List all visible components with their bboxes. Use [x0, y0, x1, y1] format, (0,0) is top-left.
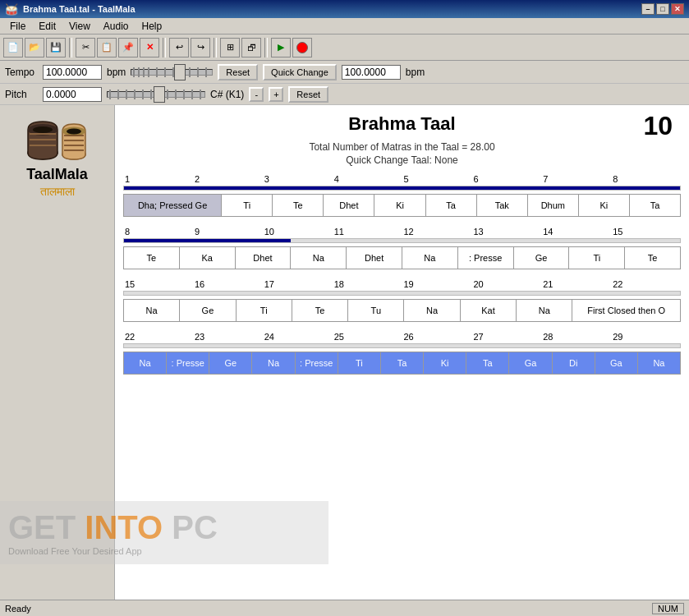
play-button[interactable]: ▶ [271, 38, 291, 57]
progress-bar-2 [123, 238, 681, 243]
beat-cell: Te [625, 247, 680, 269]
tempo-unit: bpm [107, 67, 126, 78]
beat-cell: Na [124, 352, 167, 374]
delete-button[interactable]: ✕ [140, 38, 159, 57]
beat-cell: Ga [595, 352, 638, 374]
menu-audio[interactable]: Audio [97, 19, 136, 34]
redo-button[interactable]: ↪ [191, 38, 210, 57]
pitch-slider[interactable] [107, 91, 205, 98]
beat-cell: Dhum [528, 195, 579, 216]
tempo-row: Tempo bpm Reset Quick Change bpm [0, 61, 689, 84]
menu-file[interactable]: File [3, 19, 32, 34]
beat-cell: First Closed then O [572, 300, 680, 321]
tempo-slider[interactable] [131, 69, 213, 76]
open-button[interactable]: 📂 [25, 38, 44, 57]
paste-button[interactable]: 📌 [118, 38, 138, 57]
beat-cells-4: Na : Presse Ge Na : Presse Ti Ta Ki Ta G… [123, 352, 681, 375]
window-title: Brahma Taal.tal - TaalMala [23, 4, 136, 14]
tabla-image [25, 113, 90, 163]
beat-cells-1: Dha; Pressed Ge Ti Te Dhet Ki Ta Tak Dhu… [123, 194, 681, 217]
pitch-minus-button[interactable]: - [249, 87, 264, 102]
beat-cell: Ti [237, 300, 292, 321]
beat-cell: : Presse [296, 352, 338, 374]
beat-cell: Ka [180, 247, 236, 269]
taal-number: 10 [643, 111, 673, 141]
cut-button[interactable]: ✂ [76, 38, 95, 57]
beat-cell: Na [291, 247, 347, 269]
quickchange-button[interactable]: Quick Change [263, 64, 337, 80]
progress-bar-1 [123, 186, 681, 191]
progress-bar-4 [123, 343, 681, 348]
beat-cell: Ge [180, 300, 236, 321]
progress-bar-3 [123, 291, 681, 296]
taal-quickchange-info: Quick Change Taal: None [123, 154, 681, 166]
beat-cell: Ge [209, 352, 252, 374]
beat-cell: Te [124, 247, 180, 269]
pitch-reset-button[interactable]: Reset [288, 86, 328, 103]
taal-matras-info: Total Number of Matras in the Taal = 28.… [123, 141, 681, 153]
beat-section-2: 8 9 10 11 12 13 14 15 Te Ka Dhet Na Dhet… [123, 227, 681, 269]
beat-cell: Te [292, 300, 348, 321]
copy-button[interactable]: 📋 [97, 38, 117, 57]
close-button[interactable]: ✕ [671, 3, 684, 15]
expand-button[interactable]: ⊞ [220, 38, 240, 57]
progress-fill-1 [124, 186, 680, 190]
qc-value[interactable] [342, 65, 401, 80]
pitch-label: Pitch [5, 89, 38, 100]
beat-cell: Ti [338, 352, 381, 374]
window-button[interactable]: 🗗 [241, 38, 261, 57]
undo-button[interactable]: ↩ [169, 38, 189, 57]
num-lock: NUM [652, 603, 684, 614]
brand-hindi: तालमाला [40, 185, 75, 199]
beat-numbers-1: 1 2 3 4 5 6 7 8 [123, 174, 681, 184]
beat-cell: Di [553, 352, 595, 374]
beat-cell: Ki [579, 195, 630, 216]
beat-cell: Ti [569, 247, 625, 269]
minimize-button[interactable]: – [641, 3, 655, 15]
beat-cell: Ge [514, 247, 570, 269]
pitch-value[interactable] [43, 87, 102, 102]
record-button[interactable] [292, 38, 312, 57]
pitch-plus-button[interactable]: + [269, 87, 283, 102]
beat-numbers-2: 8 9 10 11 12 13 14 15 [123, 227, 681, 237]
status-bar: Ready NUM [0, 600, 689, 616]
menu-view[interactable]: View [62, 19, 97, 34]
new-button[interactable]: 📄 [3, 38, 23, 57]
beat-section-1: 1 2 3 4 5 6 7 8 Dha; Pressed Ge Ti Te Dh… [123, 174, 681, 217]
beat-cell: : Presse [167, 352, 209, 374]
beat-cell: Na [404, 300, 460, 321]
menu-help[interactable]: Help [136, 19, 169, 34]
beat-cell: Ti [222, 195, 273, 216]
beat-cell: Dha; Pressed Ge [124, 195, 222, 216]
toolbar-sep3 [214, 38, 217, 57]
save-button[interactable]: 💾 [46, 38, 66, 57]
beat-numbers-4: 22 23 24 25 26 27 28 29 [123, 332, 681, 342]
toolbar-sep4 [264, 38, 268, 57]
menu-edit[interactable]: Edit [32, 19, 62, 34]
beat-cell: Na [638, 352, 680, 374]
taal-title: Brahma Taal [348, 113, 455, 135]
pitch-row: Pitch C# (K1) - + Reset [0, 84, 689, 105]
beat-numbers-3: 15 16 17 18 19 20 21 22 [123, 279, 681, 289]
beat-cell: Ta [466, 352, 509, 374]
beat-cell: Na [124, 300, 180, 321]
window-controls: – □ ✕ [641, 3, 684, 15]
beat-cell: Dhet [324, 195, 374, 216]
svg-point-8 [67, 129, 81, 135]
qc-unit: bpm [406, 67, 425, 78]
title-bar: 🥁 Brahma Taal.tal - TaalMala – □ ✕ [0, 0, 689, 18]
beat-cells-3: Na Ge Ti Te Tu Na Kat Na First Closed th… [123, 299, 681, 322]
tempo-value[interactable] [43, 65, 102, 80]
beat-section-3: 15 16 17 18 19 20 21 22 Na Ge Ti Te Tu N… [123, 279, 681, 322]
beat-cell: Na [517, 300, 572, 321]
beat-cell: Ki [424, 352, 466, 374]
beat-cell: Tak [477, 195, 528, 216]
right-panel: Brahma Taal 10 Total Number of Matras in… [115, 105, 689, 600]
svg-point-2 [33, 126, 53, 133]
beat-cell: Dhet [236, 247, 292, 269]
status-text: Ready [5, 604, 31, 614]
tempo-reset-button[interactable]: Reset [218, 64, 258, 80]
toolbar-sep2 [163, 38, 166, 57]
left-panel: TaalMala तालमाला [0, 105, 115, 600]
maximize-button[interactable]: □ [656, 3, 669, 15]
